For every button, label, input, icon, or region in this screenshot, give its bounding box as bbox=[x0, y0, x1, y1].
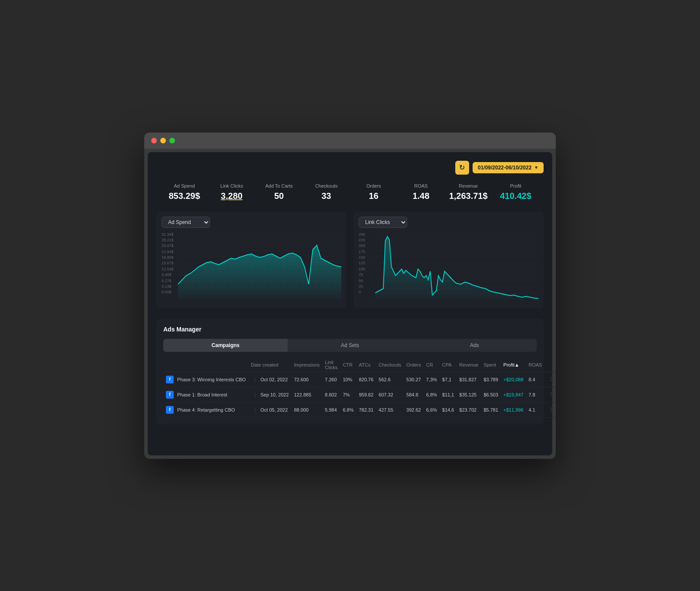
link-clicks-chart: Link Clicks Ad Spend Add To Carts 250225… bbox=[353, 211, 544, 308]
metric-add-to-carts-value: 50 bbox=[256, 191, 303, 201]
metric-profit-label: Profit bbox=[492, 183, 539, 188]
metric-link-clicks-label: Link Clicks bbox=[208, 183, 255, 188]
link-clicks-chart-wrapper: 250225200175 15012510075 50250 bbox=[359, 232, 538, 303]
revenue-cell: $31.827 bbox=[457, 372, 481, 387]
metric-profit: Profit 410.42$ bbox=[492, 183, 539, 201]
more-btn-cell: ⋮ bbox=[544, 387, 556, 402]
metric-link-clicks-value: 3,280 bbox=[208, 191, 255, 201]
ctr-cell: 7% bbox=[340, 387, 356, 402]
revenue-cell: $23.702 bbox=[457, 402, 481, 417]
table-row: f Phase 1: Broad Interest | Sep 10, 2022… bbox=[163, 387, 556, 402]
orders-cell: 530.27 bbox=[404, 372, 424, 387]
dot-close[interactable] bbox=[151, 138, 157, 143]
roas-cell: 7.8 bbox=[526, 387, 544, 402]
ad-spend-svg-area bbox=[178, 232, 341, 303]
metric-roas: ROAS 1.48 bbox=[397, 183, 444, 201]
revenue-cell: $35.125 bbox=[457, 387, 481, 402]
chevron-down-icon: ▼ bbox=[534, 165, 538, 170]
checkouts-cell: 562.6 bbox=[376, 372, 404, 387]
profit-cell: +$19,847 bbox=[501, 387, 526, 402]
col-cr: CR bbox=[424, 358, 440, 372]
atcs-cell: 820.76 bbox=[356, 372, 376, 387]
ad-spend-chart-wrapper: 31.34$28.21$25.07$21.94$ 18.80$15.67$12.… bbox=[162, 232, 341, 303]
atcs-cell: 959.82 bbox=[356, 387, 376, 402]
col-profit[interactable]: Profit▲ bbox=[501, 358, 526, 372]
metric-link-clicks: Link Clicks 3,280 bbox=[208, 183, 255, 201]
metric-checkouts-value: 33 bbox=[303, 191, 350, 201]
ad-spend-dropdown[interactable]: Ad Spend Link Clicks Add To Carts bbox=[162, 217, 210, 228]
table-row: f Phase 4: Retargetting CBO | Oct 05, 20… bbox=[163, 402, 556, 417]
impressions-cell: 122.885 bbox=[292, 387, 322, 402]
col-revenue: Revenue bbox=[457, 358, 481, 372]
metric-revenue: Revenue 1,263.71$ bbox=[445, 183, 492, 201]
col-link-clicks: Link Clicks bbox=[322, 358, 340, 372]
campaign-name-cell: f Phase 3: Winning Interests CBO bbox=[163, 372, 248, 387]
refresh-button[interactable]: ↻ bbox=[455, 161, 469, 175]
dot-maximize[interactable] bbox=[169, 138, 175, 143]
ads-manager: Ads Manager Campaigns Ad Sets Ads Date c… bbox=[156, 319, 544, 425]
cpa-cell: $11,1 bbox=[440, 387, 457, 402]
metric-checkouts: Checkouts 33 bbox=[303, 183, 350, 201]
facebook-icon: f bbox=[166, 391, 174, 399]
tab-ads[interactable]: Ads bbox=[412, 339, 537, 352]
tab-ad-sets[interactable]: Ad Sets bbox=[288, 339, 412, 352]
more-button[interactable]: ⋮ bbox=[547, 407, 555, 412]
date-cell: | Oct 05, 2022 bbox=[248, 402, 291, 417]
tab-row: Campaigns Ad Sets Ads bbox=[163, 339, 537, 352]
campaign-name-cell: f Phase 4: Retargetting CBO bbox=[163, 402, 248, 417]
col-actions bbox=[544, 358, 556, 372]
metric-ad-spend-value: 853.29$ bbox=[161, 191, 208, 201]
date-range-picker[interactable]: 01/09/2022-06/10/2022 ▼ bbox=[473, 162, 544, 173]
col-spent: Spent bbox=[481, 358, 501, 372]
metric-add-to-carts: Add To Carts 50 bbox=[256, 183, 303, 201]
spent-cell: $6.503 bbox=[481, 387, 501, 402]
facebook-icon: f bbox=[166, 376, 174, 383]
campaigns-table: Date created Impressions Link Clicks CTR… bbox=[163, 358, 556, 418]
col-checkouts: Checkouts bbox=[376, 358, 404, 372]
metric-roas-label: ROAS bbox=[397, 183, 444, 188]
orders-cell: 392.62 bbox=[404, 402, 424, 417]
ads-manager-title: Ads Manager bbox=[163, 326, 537, 333]
dot-minimize[interactable] bbox=[160, 138, 166, 143]
cr-cell: 6,8% bbox=[424, 387, 440, 402]
link-clicks-dropdown[interactable]: Link Clicks Ad Spend Add To Carts bbox=[359, 217, 407, 228]
checkouts-cell: 427.55 bbox=[376, 402, 404, 417]
metrics-row: Ad Spend 853.29$ Link Clicks 3,280 Add T… bbox=[156, 183, 544, 201]
campaign-name-text: Phase 3: Winning Interests CBO bbox=[177, 377, 246, 382]
more-button[interactable]: ⋮ bbox=[547, 392, 555, 397]
more-button[interactable]: ⋮ bbox=[547, 377, 555, 382]
link-clicks-cell: 7.260 bbox=[322, 372, 340, 387]
metric-ad-spend: Ad Spend 853.29$ bbox=[161, 183, 208, 201]
refresh-icon: ↻ bbox=[459, 163, 465, 172]
more-btn-cell: ⋮ bbox=[544, 372, 556, 387]
tab-campaigns[interactable]: Campaigns bbox=[163, 339, 288, 352]
link-clicks-y-axis: 250225200175 15012510075 50250 bbox=[359, 232, 374, 295]
charts-row: Ad Spend Link Clicks Add To Carts 31.34$… bbox=[156, 211, 544, 308]
table-header-row: Date created Impressions Link Clicks CTR… bbox=[163, 358, 556, 372]
col-name bbox=[163, 358, 248, 372]
col-ctr: CTR bbox=[340, 358, 356, 372]
metric-orders-label: Orders bbox=[350, 183, 397, 188]
link-clicks-cell: 8.602 bbox=[322, 387, 340, 402]
atcs-cell: 782.31 bbox=[356, 402, 376, 417]
link-clicks-svg-area bbox=[375, 232, 538, 303]
col-date: Date created bbox=[248, 358, 291, 372]
more-btn-cell: ⋮ bbox=[544, 402, 556, 417]
impressions-cell: 72.600 bbox=[292, 372, 322, 387]
ad-spend-chart: Ad Spend Link Clicks Add To Carts 31.34$… bbox=[156, 211, 347, 308]
col-impressions: Impressions bbox=[292, 358, 322, 372]
ctr-cell: 6.8% bbox=[340, 402, 356, 417]
col-roas: ROAS bbox=[526, 358, 544, 372]
metric-orders: Orders 16 bbox=[350, 183, 397, 201]
roas-cell: 4.1 bbox=[526, 402, 544, 417]
metric-orders-value: 16 bbox=[350, 191, 397, 201]
profit-cell: +$11,996 bbox=[501, 402, 526, 417]
cr-cell: 6,6% bbox=[424, 402, 440, 417]
campaign-name-text: Phase 1: Broad Interest bbox=[177, 392, 227, 397]
link-clicks-svg bbox=[375, 232, 538, 302]
facebook-icon: f bbox=[166, 406, 174, 414]
date-cell: | Oct 02, 2022 bbox=[248, 372, 291, 387]
ad-spend-y-axis: 31.34$28.21$25.07$21.94$ 18.80$15.67$12.… bbox=[162, 232, 177, 295]
impressions-cell: 88.000 bbox=[292, 402, 322, 417]
table-row: f Phase 3: Winning Interests CBO | Oct 0… bbox=[163, 372, 556, 387]
